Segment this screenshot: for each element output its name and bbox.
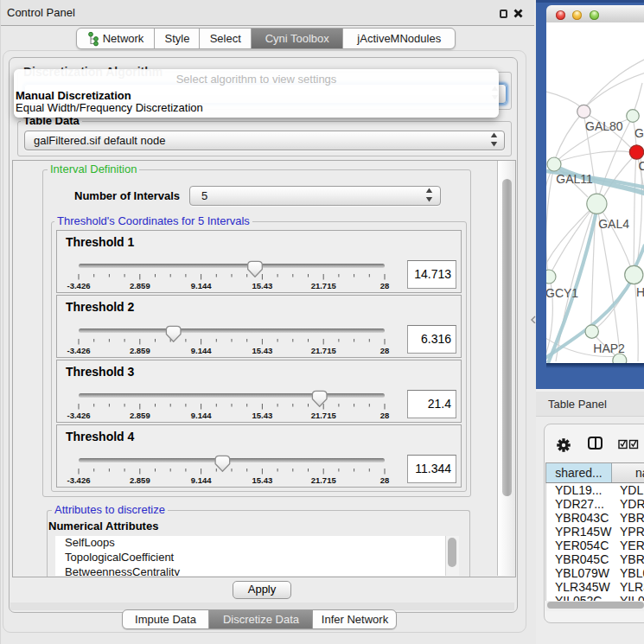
- svg-text:GAL4: GAL4: [598, 217, 629, 231]
- svg-text:GAL: GAL: [634, 126, 644, 140]
- svg-text:2.859: 2.859: [130, 411, 150, 420]
- svg-text:-3.426: -3.426: [67, 475, 91, 485]
- svg-text:9.144: 9.144: [191, 346, 212, 355]
- svg-text:28: 28: [380, 346, 390, 355]
- svg-text:15.43: 15.43: [252, 346, 273, 355]
- svg-text:9.144: 9.144: [191, 475, 212, 485]
- svg-text:-3.426: -3.426: [67, 281, 91, 290]
- svg-text:2.859: 2.859: [130, 281, 150, 290]
- svg-text:9.144: 9.144: [191, 281, 212, 290]
- svg-text:-3.426: -3.426: [67, 411, 91, 420]
- svg-text:15.43: 15.43: [252, 411, 273, 420]
- svg-text:GCY1: GCY1: [546, 286, 578, 300]
- svg-text:21.715: 21.715: [311, 475, 337, 485]
- svg-text:HAP2: HAP2: [593, 341, 625, 355]
- svg-text:CD: CD: [639, 159, 644, 173]
- svg-text:21.715: 21.715: [311, 346, 337, 355]
- svg-text:GAL80: GAL80: [585, 119, 623, 133]
- svg-text:28: 28: [380, 281, 390, 290]
- svg-text:2.859: 2.859: [130, 346, 150, 355]
- svg-text:21.715: 21.715: [311, 411, 337, 420]
- svg-text:GAL11: GAL11: [556, 172, 593, 186]
- svg-text:HI: HI: [636, 285, 644, 299]
- svg-text:2.859: 2.859: [130, 475, 150, 485]
- svg-text:15.43: 15.43: [252, 475, 273, 485]
- svg-text:28: 28: [380, 475, 390, 485]
- svg-text:9.144: 9.144: [191, 411, 212, 420]
- svg-text:15.43: 15.43: [252, 281, 273, 290]
- svg-text:28: 28: [380, 411, 390, 420]
- svg-text:21.715: 21.715: [311, 281, 337, 290]
- svg-text:-3.426: -3.426: [67, 346, 91, 355]
